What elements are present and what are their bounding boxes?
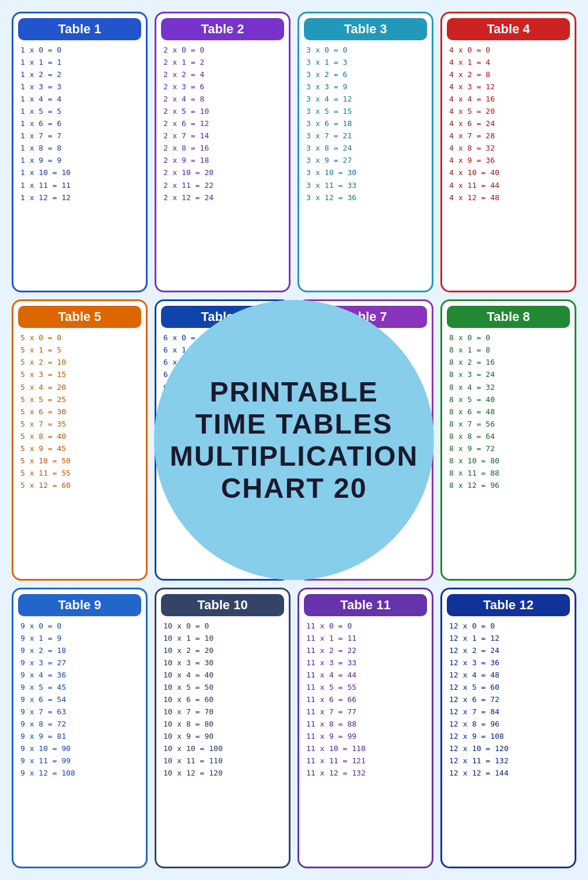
table-row: 11 x 10 = 110 bbox=[306, 742, 427, 755]
table-row: 8 x 12 = 96 bbox=[449, 479, 570, 491]
table-rows-5: 5 x 0 = 05 x 1 = 55 x 2 = 105 x 3 = 155 … bbox=[18, 331, 141, 491]
table-row: 12 x 11 = 132 bbox=[449, 755, 570, 767]
table-header-3: Table 3 bbox=[304, 18, 427, 40]
table-row: 12 x 9 = 108 bbox=[449, 730, 570, 742]
table-row: 9 x 6 = 54 bbox=[20, 693, 141, 706]
table-row: 10 x 11 = 110 bbox=[163, 755, 284, 767]
table-row: 8 x 5 = 40 bbox=[449, 393, 570, 406]
table-card-2: Table 22 x 0 = 02 x 1 = 22 x 2 = 42 x 3 … bbox=[155, 12, 290, 292]
table-card-8: Table 88 x 0 = 08 x 1 = 88 x 2 = 168 x 3… bbox=[440, 299, 576, 580]
table-row: 11 x 12 = 132 bbox=[306, 767, 427, 779]
table-row: 8 x 4 = 32 bbox=[449, 381, 570, 393]
table-row: 1 x 6 = 6 bbox=[20, 117, 141, 130]
table-card-9: Table 99 x 0 = 09 x 1 = 99 x 2 = 189 x 3… bbox=[12, 588, 148, 868]
table-row: 1 x 7 = 7 bbox=[20, 130, 141, 142]
table-row: 4 x 0 = 0 bbox=[449, 44, 570, 56]
table-card-3: Table 33 x 0 = 03 x 1 = 33 x 2 = 63 x 3 … bbox=[298, 12, 433, 292]
table-row: 1 x 2 = 2 bbox=[20, 68, 141, 81]
table-row: 11 x 1 = 11 bbox=[306, 632, 427, 644]
table-header-4: Table 4 bbox=[447, 18, 570, 40]
table-header-10: Table 10 bbox=[161, 594, 284, 616]
circle-line1: PRINTABLE bbox=[209, 376, 378, 407]
table-row: 4 x 2 = 8 bbox=[449, 68, 570, 81]
table-header-2: Table 2 bbox=[161, 18, 284, 40]
table-row: 9 x 8 = 72 bbox=[20, 718, 141, 730]
table-row: 12 x 1 = 12 bbox=[449, 632, 570, 644]
table-row: 9 x 2 = 18 bbox=[20, 644, 141, 656]
table-rows-8: 8 x 0 = 08 x 1 = 88 x 2 = 168 x 3 = 248 … bbox=[447, 331, 570, 491]
table-row: 9 x 9 = 81 bbox=[20, 730, 141, 742]
table-row: 5 x 0 = 0 bbox=[20, 331, 141, 344]
table-row: 12 x 10 = 120 bbox=[449, 742, 570, 755]
table-row: 9 x 5 = 45 bbox=[20, 681, 141, 693]
table-row: 12 x 5 = 60 bbox=[449, 681, 570, 693]
table-row: 8 x 8 = 64 bbox=[449, 430, 570, 442]
table-row: 12 x 3 = 36 bbox=[449, 656, 570, 669]
table-row: 5 x 2 = 10 bbox=[20, 356, 141, 368]
table-row: 2 x 6 = 12 bbox=[163, 117, 284, 130]
table-row: 3 x 12 = 36 bbox=[306, 191, 427, 204]
table-row: 3 x 2 = 6 bbox=[306, 68, 427, 81]
table-row: 5 x 12 = 60 bbox=[20, 479, 141, 491]
table-rows-4: 4 x 0 = 04 x 1 = 44 x 2 = 84 x 3 = 124 x… bbox=[447, 44, 570, 204]
table-row: 2 x 11 = 22 bbox=[163, 179, 284, 191]
table-row: 3 x 11 = 33 bbox=[306, 179, 427, 191]
table-row: 12 x 7 = 84 bbox=[449, 706, 570, 718]
table-row: 11 x 3 = 33 bbox=[306, 656, 427, 669]
table-row: 4 x 8 = 32 bbox=[449, 142, 570, 154]
table-row: 10 x 12 = 120 bbox=[163, 767, 284, 779]
table-header-9: Table 9 bbox=[18, 594, 141, 616]
circle-line2: TIME TABLES bbox=[195, 408, 393, 439]
table-row: 8 x 2 = 16 bbox=[449, 356, 570, 368]
table-row: 10 x 0 = 0 bbox=[163, 620, 284, 632]
table-row: 11 x 11 = 121 bbox=[306, 755, 427, 767]
table-row: 5 x 10 = 50 bbox=[20, 455, 141, 467]
circle-text: PRINTABLE TIME TABLES MULTIPLICATION CHA… bbox=[170, 376, 418, 505]
table-row: 3 x 9 = 27 bbox=[306, 154, 427, 166]
table-header-12: Table 12 bbox=[447, 594, 570, 616]
table-row: 9 x 12 = 108 bbox=[20, 767, 141, 779]
table-row: 9 x 1 = 9 bbox=[20, 632, 141, 644]
table-row: 10 x 8 = 80 bbox=[163, 718, 284, 730]
table-row: 5 x 4 = 20 bbox=[20, 381, 141, 393]
table-row: 2 x 4 = 8 bbox=[163, 93, 284, 105]
table-card-10: Table 1010 x 0 = 010 x 1 = 1010 x 2 = 20… bbox=[155, 588, 290, 868]
table-row: 9 x 3 = 27 bbox=[20, 656, 141, 669]
table-row: 10 x 10 = 100 bbox=[163, 742, 284, 755]
table-row: 2 x 7 = 14 bbox=[163, 130, 284, 142]
table-row: 9 x 4 = 36 bbox=[20, 669, 141, 681]
table-row: 11 x 8 = 88 bbox=[306, 718, 427, 730]
table-row: 8 x 6 = 48 bbox=[449, 406, 570, 418]
table-row: 2 x 1 = 2 bbox=[163, 56, 284, 68]
table-row: 12 x 12 = 144 bbox=[449, 767, 570, 779]
table-row: 4 x 9 = 36 bbox=[449, 154, 570, 166]
table-row: 5 x 8 = 40 bbox=[20, 430, 141, 442]
table-row: 2 x 3 = 6 bbox=[163, 81, 284, 93]
table-row: 1 x 0 = 0 bbox=[20, 44, 141, 56]
table-row: 10 x 9 = 90 bbox=[163, 730, 284, 742]
table-row: 1 x 5 = 5 bbox=[20, 105, 141, 117]
table-header-8: Table 8 bbox=[447, 306, 570, 328]
table-row: 2 x 5 = 10 bbox=[163, 105, 284, 117]
table-row: 3 x 10 = 30 bbox=[306, 166, 427, 179]
table-row: 2 x 12 = 24 bbox=[163, 191, 284, 204]
table-row: 11 x 5 = 55 bbox=[306, 681, 427, 693]
table-row: 12 x 0 = 0 bbox=[449, 620, 570, 632]
table-row: 1 x 8 = 8 bbox=[20, 142, 141, 154]
table-row: 3 x 8 = 24 bbox=[306, 142, 427, 154]
table-row: 4 x 11 = 44 bbox=[449, 179, 570, 191]
table-row: 10 x 3 = 30 bbox=[163, 656, 284, 669]
table-row: 2 x 0 = 0 bbox=[163, 44, 284, 56]
table-row: 5 x 6 = 30 bbox=[20, 406, 141, 418]
table-row: 10 x 5 = 50 bbox=[163, 681, 284, 693]
table-row: 8 x 1 = 8 bbox=[449, 344, 570, 356]
table-row: 2 x 10 = 20 bbox=[163, 166, 284, 179]
table-row: 2 x 2 = 4 bbox=[163, 68, 284, 81]
table-rows-11: 11 x 0 = 011 x 1 = 1111 x 2 = 2211 x 3 =… bbox=[304, 620, 427, 780]
table-card-4: Table 44 x 0 = 04 x 1 = 44 x 2 = 84 x 3 … bbox=[440, 12, 576, 292]
table-row: 10 x 7 = 70 bbox=[163, 706, 284, 718]
table-row: 4 x 5 = 20 bbox=[449, 105, 570, 117]
table-row: 3 x 7 = 21 bbox=[306, 130, 427, 142]
table-card-1: Table 11 x 0 = 01 x 1 = 11 x 2 = 21 x 3 … bbox=[12, 12, 148, 292]
table-row: 5 x 1 = 5 bbox=[20, 344, 141, 356]
